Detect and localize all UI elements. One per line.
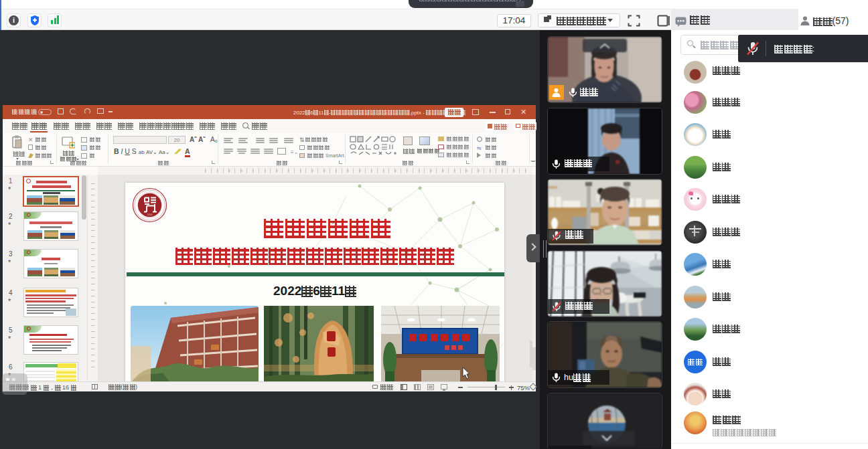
svg-text:1964: 1964: [147, 213, 153, 216]
